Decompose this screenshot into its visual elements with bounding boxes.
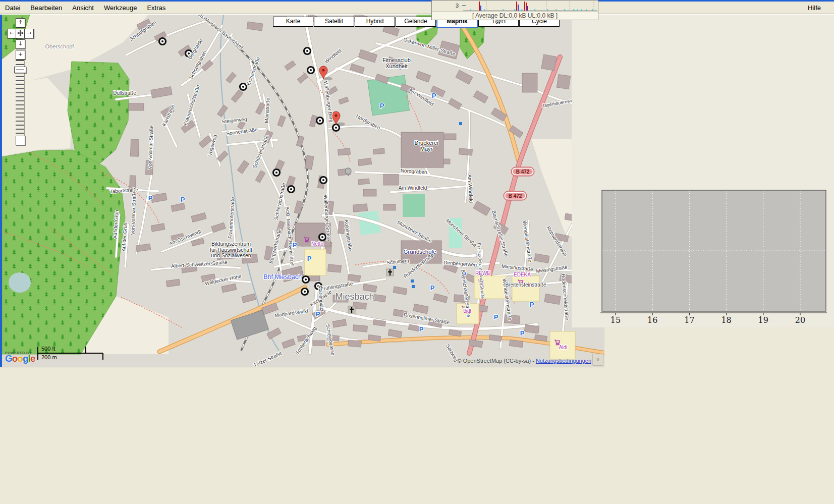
- profile-panel: 151617181920: [572, 15, 834, 327]
- scale-imperial-label: 500 ft: [41, 346, 55, 352]
- network-traffic-graph: 3: [432, 1, 598, 12]
- waypoint-marker[interactable]: [273, 170, 280, 176]
- network-traffic-spike: [518, 5, 519, 11]
- map-label: Netto: [311, 241, 323, 247]
- window-top-border: [0, 0, 834, 2]
- attribution-text: © OpenStreetMap (CC-by-sa) -: [457, 358, 535, 364]
- menu-ansicht[interactable]: Ansicht: [67, 4, 99, 12]
- zoom-out-button[interactable]: −: [16, 136, 25, 145]
- parking-icon: P: [494, 313, 498, 321]
- pan-right-button[interactable]: →: [24, 29, 34, 38]
- map-label: Miesbach: [335, 292, 374, 302]
- menu-hilfe[interactable]: Hilfe: [803, 4, 834, 12]
- map-label: Oberschopf: [45, 43, 75, 49]
- menu-bearbeiten[interactable]: Bearbeiten: [25, 4, 67, 12]
- network-traffic-spike: [524, 2, 525, 11]
- map-label: Aldi: [559, 345, 568, 350]
- chevron-down-icon: ∨: [596, 356, 600, 362]
- map-label: EDEKA: [514, 272, 531, 277]
- parking-icon: P: [419, 325, 424, 333]
- waypoint-marker[interactable]: [320, 177, 327, 184]
- waypoint-marker[interactable]: [288, 186, 295, 193]
- map-label: REWE: [475, 270, 490, 276]
- chart-x-tick-label: 20: [795, 315, 805, 325]
- profile-chart: 151617181920: [572, 15, 834, 327]
- network-traffic-spike: [516, 2, 517, 11]
- layer-button-karte[interactable]: Karte: [273, 17, 313, 27]
- map-label: Lidl: [463, 308, 471, 314]
- map-blue-square-marker: [412, 285, 415, 288]
- menu-extras[interactable]: Extras: [142, 4, 171, 12]
- map-attribution: © OpenStreetMap (CC-by-sa) - Nutzungsbed…: [457, 358, 591, 364]
- map-label: Düllstraße: [113, 90, 136, 96]
- google-wordmark: Google: [5, 355, 35, 363]
- waypoint-marker[interactable]: [304, 48, 311, 54]
- church-icon: [386, 269, 394, 276]
- pan-down-button[interactable]: ↓: [16, 39, 25, 49]
- church-icon: [348, 306, 355, 313]
- layer-button-satellit[interactable]: Satellit: [314, 17, 354, 27]
- parking-icon: P: [148, 194, 153, 202]
- svg-text:B 472: B 472: [516, 169, 530, 175]
- map-label: Bhf Miesbach: [263, 273, 302, 281]
- parking-icon: P: [432, 92, 436, 99]
- pan-center-icon: [17, 30, 24, 36]
- menu-datei[interactable]: Datei: [0, 4, 25, 12]
- network-traffic-spike: [480, 6, 481, 11]
- chart-x-tick-label: 16: [647, 315, 657, 325]
- waypoint-marker[interactable]: [319, 234, 326, 241]
- map-label: Am Windfeld: [399, 185, 427, 191]
- waypoint-marker[interactable]: [317, 118, 323, 124]
- zoom-slider-handle[interactable]: [14, 67, 26, 73]
- chart-x-tick-label: 15: [610, 315, 621, 325]
- google-logo[interactable]: POWERED BY Google: [5, 351, 35, 363]
- parking-icon: P: [181, 196, 185, 203]
- attribution-chevron-button[interactable]: ∨: [592, 354, 603, 366]
- network-average-bar: [ Average DL:0,0 kB UL:0,0 kB ]: [432, 12, 598, 20]
- network-traffic-spike: [527, 6, 528, 11]
- menu-bar: Datei Bearbeiten Ansicht Werkzeuge Extra…: [0, 2, 834, 14]
- parking-icon: P: [520, 329, 525, 337]
- road-ref-badge: B 472: [504, 191, 527, 200]
- zoom-in-button[interactable]: +: [16, 50, 25, 60]
- parking-icon: P: [530, 301, 534, 308]
- map-blue-square-marker: [393, 266, 396, 269]
- layer-button-hybrid[interactable]: Hybrid: [355, 17, 395, 27]
- map-pond: [9, 272, 31, 293]
- menu-werkzeuge[interactable]: Werkzeuge: [99, 4, 142, 12]
- map-label: Bildungszentrumfür Hauswirtschaftund Soz…: [210, 241, 252, 258]
- chart-x-tick-label: 17: [684, 315, 694, 325]
- map-label: FitnessclubXundheit: [382, 57, 411, 69]
- waypoint-marker[interactable]: [159, 38, 166, 45]
- waypoint-marker[interactable]: [308, 67, 314, 74]
- waypoint-marker[interactable]: [302, 289, 308, 295]
- map-blue-square-marker: [459, 122, 462, 125]
- scale-metric-label: 200 m: [41, 354, 57, 360]
- map-canvas[interactable]: PPPPPPPPPPPPPPB 472B 472 OberschopfSchop…: [2, 15, 604, 367]
- map-viewport[interactable]: PPPPPPPPPPPPPPB 472B 472 OberschopfSchop…: [0, 15, 604, 367]
- network-traffic-spike: [479, 2, 480, 11]
- map-label: Breitensteinstraße: [505, 282, 546, 288]
- layer-button-gelnde[interactable]: Gelände: [396, 17, 436, 27]
- network-scale-label: 3: [456, 3, 459, 9]
- map-blue-square-marker: [411, 279, 414, 283]
- parking-icon: P: [430, 284, 435, 292]
- chart-x-tick-label: 18: [721, 315, 731, 325]
- network-traffic-spike: [526, 3, 527, 11]
- scale-bar: 500 ft 200 m: [36, 345, 112, 364]
- chart-x-tick-label: 19: [758, 315, 768, 325]
- parking-icon: P: [307, 255, 312, 262]
- network-monitor-panel: 3 [ Average DL:0,0 kB UL:0,0 kB ]: [431, 0, 598, 20]
- attribution-terms-link[interactable]: Nutzungsbedingungen: [536, 358, 591, 364]
- svg-text:B 472: B 472: [509, 193, 522, 199]
- road-ref-badge: B 472: [511, 167, 534, 176]
- waypoint-marker[interactable]: [303, 276, 309, 283]
- parking-icon: P: [380, 102, 384, 109]
- pan-up-button[interactable]: ↑: [16, 18, 25, 28]
